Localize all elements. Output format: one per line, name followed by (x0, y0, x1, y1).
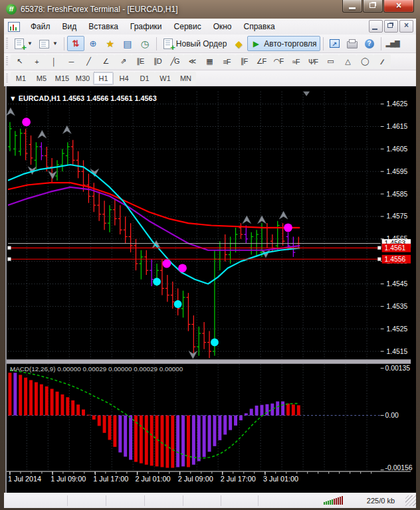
line-studies-toolbar: ↖+│─╱∠⇗∥E∥D╱G≪▦≡F∥F∠F◠F≈FΨF▭△◯∕∕ (4, 53, 416, 70)
vertical-line-tool-button[interactable]: │ (45, 54, 62, 68)
timeframe-d1-button[interactable]: D1 (134, 72, 155, 85)
timeframe-h1-button[interactable]: H1 (93, 72, 114, 85)
horizontal-line-tool-button[interactable]: ─ (62, 54, 80, 68)
timeframe-w1-button[interactable]: W1 (155, 72, 175, 85)
timeframe-m15-button[interactable]: M15 (52, 72, 72, 85)
regression-channel-tool-button[interactable]: ⇗ (114, 54, 132, 68)
regression-channel-tool-icon: ⇗ (120, 57, 126, 66)
trendline-angle-tool-button[interactable]: ∠ (97, 54, 114, 68)
status-cell (145, 495, 183, 506)
autotrading-icon: ▶ (251, 39, 261, 49)
ellipse-tool-button[interactable]: ◯ (356, 54, 373, 68)
help-button[interactable]: ? (361, 36, 378, 51)
market-watch-toggle[interactable]: ⇅ (67, 36, 84, 51)
cursor-tool-button[interactable]: ↖ (11, 54, 28, 68)
data-window-button[interactable]: ⊕ (84, 36, 102, 51)
metaeditor-button[interactable]: ◆ (230, 36, 247, 51)
svg-text:1.4535: 1.4535 (387, 303, 408, 310)
mdi-minimize-button[interactable] (369, 20, 383, 33)
svg-text:0.00135: 0.00135 (385, 365, 411, 372)
menu-item-2[interactable]: Вставка (82, 20, 124, 33)
fullscreen-button[interactable]: ↗ (326, 36, 344, 51)
menu-item-3[interactable]: Графики (124, 20, 168, 33)
fibo-fan-tool-icon: ∠F (257, 57, 266, 66)
metaeditor-icon: ◆ (233, 39, 244, 49)
toolbar-grip[interactable] (6, 56, 8, 66)
chart-window-icon[interactable] (8, 22, 20, 32)
strategy-tester-button[interactable]: ◷ (136, 36, 154, 51)
timeframe-m5-button[interactable]: M5 (31, 72, 52, 85)
new-chart-button[interactable]: +▼ (11, 36, 36, 51)
menu-item-4[interactable]: Сервис (168, 20, 207, 33)
svg-text:▼ EURCAD,H1 1.4563 1.4566 1.4: ▼ EURCAD,H1 1.4563 1.4566 1.4561 1.4563 (9, 94, 157, 102)
timeframe-mn-button[interactable]: MN (175, 72, 196, 85)
fullscreen-icon: ↗ (330, 39, 340, 49)
svg-text:1.4561: 1.4561 (385, 244, 406, 252)
status-cell (68, 495, 106, 506)
ellipse-tool-icon: ◯ (361, 57, 368, 66)
gann-line-tool-button[interactable]: ╱G (166, 54, 183, 68)
fibo-fan-tool-button[interactable]: ∠F (253, 54, 270, 68)
menu-items: ФайлВидВставкаГрафикиСервисОкноСправка (25, 20, 281, 33)
svg-text:1.4515: 1.4515 (387, 348, 408, 355)
timeframe-m30-button[interactable]: M30 (72, 72, 93, 85)
resize-grip[interactable] (405, 495, 416, 506)
toolbar-grip[interactable] (6, 74, 8, 82)
cycle-lines-tool-button[interactable]: ∕∕ (373, 54, 391, 68)
close-button[interactable]: × (383, 0, 414, 13)
minimize-button[interactable] (342, 0, 362, 13)
mdi-close-button[interactable]: × (399, 20, 413, 33)
menu-item-5[interactable]: Окно (207, 20, 238, 33)
print-button[interactable] (344, 36, 361, 51)
fibo-expansion-tool-icon: ≈F (292, 58, 300, 66)
fibo-expansion-tool-button[interactable]: ≈F (287, 54, 304, 68)
navigator-icon: ★ (105, 39, 116, 49)
svg-text:1.4605: 1.4605 (387, 145, 408, 153)
rectangle-tool-button[interactable]: ▭ (322, 54, 339, 68)
gann-grid-tool-button[interactable]: ▦ (201, 54, 218, 68)
autotrading-toggle[interactable]: ▶Авто-торговля (247, 36, 320, 51)
menu-item-6[interactable]: Справка (238, 20, 281, 33)
toolbar-grip[interactable] (6, 38, 8, 49)
status-cell (106, 495, 145, 506)
trendline-tool-button[interactable]: ╱ (80, 54, 97, 68)
navigator-button[interactable]: ★ (102, 36, 119, 51)
triangle-tool-button[interactable]: △ (339, 54, 356, 68)
menu-item-1[interactable]: Вид (56, 20, 83, 33)
svg-text:1.4625: 1.4625 (387, 100, 408, 108)
mdi-close-icon: × (400, 21, 413, 31)
menu-item-0[interactable]: Файл (25, 20, 56, 33)
title-bar: ff 65378: FreshForex Terminal - [EURCAD,… (0, 0, 420, 19)
maximize-button[interactable] (363, 0, 383, 13)
stddev-channel-tool-button[interactable]: ∥D (149, 54, 166, 68)
equidistant-channel-tool-icon: ∥E (137, 57, 144, 66)
crosshair-tool-button[interactable]: + (28, 54, 45, 68)
new-order-button[interactable]: +Новый Ордер (159, 36, 230, 51)
mdi-restore-button[interactable] (384, 20, 398, 33)
main-toolbar: +▼▼⇅⊕★▤◷+Новый Ордер◆▶Авто-торговля↗?▂▅▇ (4, 35, 416, 53)
fibo-timezones-tool-button[interactable]: ∥F (235, 54, 253, 68)
price-chart[interactable]: 1 Jul 20141 Jul 09:001 Jul 17:002 Jul 01… (7, 86, 416, 493)
cycle-lines-tool-icon: ∕∕ (381, 58, 383, 66)
timeframe-m1-button[interactable]: M1 (11, 72, 31, 85)
svg-text:1.4545: 1.4545 (387, 280, 408, 288)
mdi-minimize-icon (372, 29, 377, 30)
bar-chart-button[interactable]: ▂▅▇ (384, 36, 401, 51)
equidistant-channel-tool-button[interactable]: ∥E (132, 54, 149, 68)
profiles-button[interactable]: ▼ (36, 36, 61, 51)
toolbar-separator (323, 37, 324, 50)
fibo-retracement-tool-button[interactable]: ≡F (218, 54, 235, 68)
dropdown-arrow-icon: ▼ (27, 41, 33, 46)
gann-fan-tool-icon: ≪ (189, 57, 196, 66)
svg-text:1 Jul 2014: 1 Jul 2014 (8, 475, 41, 483)
gann-fan-tool-button[interactable]: ≪ (183, 54, 201, 68)
timeframe-h4-button[interactable]: H4 (114, 72, 134, 85)
fibo-arcs-tool-button[interactable]: ◠F (270, 54, 287, 68)
chart-area[interactable]: 1 Jul 20141 Jul 09:001 Jul 17:002 Jul 01… (5, 86, 416, 493)
status-cell (183, 495, 221, 506)
svg-text:1.4595: 1.4595 (387, 168, 408, 175)
terminal-button[interactable]: ▤ (119, 36, 136, 51)
terminal-icon: ▤ (122, 39, 133, 49)
andrews-pitchfork-tool-button[interactable]: ΨF (304, 54, 322, 68)
triangle-tool-icon: △ (345, 57, 350, 66)
